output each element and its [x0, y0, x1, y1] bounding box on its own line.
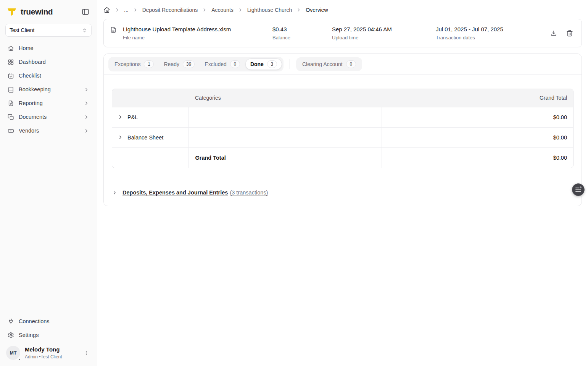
tab-count-badge: 39 — [183, 60, 195, 68]
breadcrumb-ellipsis[interactable]: ... — [124, 7, 129, 13]
sidebar-item-home[interactable]: Home — [5, 41, 92, 55]
user-info: Melody Tong Admin •Test Client — [25, 346, 62, 360]
client-selector[interactable]: Test Client — [5, 24, 92, 37]
status-tabs: Exceptions 1 Ready 39 Excluded 0 Done 3 — [108, 57, 284, 71]
user-profile[interactable]: MT Melody Tong Admin •Test Client — [5, 342, 92, 362]
categories-table-wrap: Categories Grand Total P&L — [104, 75, 582, 179]
sidebar-item-label: Home — [19, 45, 34, 51]
chevron-right-icon — [238, 7, 243, 13]
balance-block: $0.43 Balance — [272, 26, 332, 40]
sidebar-item-settings[interactable]: Settings — [5, 328, 92, 342]
transaction-dates-value: Jul 01, 2025 - Jul 07, 2025 — [436, 26, 550, 33]
transaction-dates-label: Transaction dates — [436, 35, 550, 40]
tab-label: Excluded — [205, 61, 227, 67]
chevron-right-icon[interactable] — [112, 190, 118, 196]
home-breadcrumb-icon[interactable] — [103, 6, 110, 13]
grand-total-value-cell: $0.00 — [382, 147, 573, 168]
chevron-right-icon — [84, 100, 89, 106]
sidebar-item-label: Vendors — [19, 128, 39, 134]
user-meta: Admin •Test Client — [25, 354, 62, 360]
file-name-value: Lighthouse Upload Template Address.xlsm — [123, 26, 231, 33]
tab-label: Exceptions — [114, 61, 140, 67]
sidebar-toggle-button[interactable] — [81, 7, 90, 16]
grand-total-label: Grand Total — [195, 155, 226, 161]
balance-label: Balance — [272, 35, 332, 40]
gear-icon — [8, 332, 14, 338]
sidebar-item-label: Reporting — [19, 100, 43, 106]
expand-pl-row[interactable]: P&L — [112, 114, 188, 120]
table-row-pl: P&L $0.00 — [112, 107, 573, 127]
sidebar-item-connections[interactable]: Connections — [5, 314, 92, 328]
panel-toggle-icon — [82, 8, 89, 16]
chevron-right-icon — [84, 114, 89, 120]
chevron-right-icon — [202, 7, 207, 13]
category-label: Balance Sheet — [127, 134, 163, 141]
main-content: ... Deposit Reconciliations Accounts Lig… — [97, 0, 588, 366]
pl-category-cell: P&L — [112, 107, 188, 127]
sidebar-header: truewind — [5, 5, 92, 18]
user-menu-button[interactable] — [82, 348, 91, 358]
sidebar-item-documents[interactable]: Documents — [5, 110, 92, 124]
sidebar-item-checklist[interactable]: Checklist — [5, 69, 92, 83]
fab-dot — [580, 186, 582, 188]
breadcrumb-lighthouse-church[interactable]: Lighthouse Church — [247, 7, 292, 13]
sidebar-item-label: Dashboard — [19, 59, 46, 65]
sidebar-item-label: Bookkeeping — [19, 86, 51, 92]
table-row-balance-sheet: Balance Sheet $0.00 — [112, 127, 573, 147]
file-info-card: Lighthouse Upload Template Address.xlsm … — [103, 19, 582, 47]
file-actions — [550, 30, 575, 37]
chevron-right-icon — [114, 7, 120, 13]
truewind-logo-icon — [7, 7, 17, 17]
chevron-right-icon — [84, 87, 89, 92]
transactions-count: (3 transactions) — [230, 189, 268, 196]
tab-excluded[interactable]: Excluded 0 — [200, 59, 245, 70]
avatar-initials: MT — [10, 350, 16, 356]
avatar: MT — [6, 346, 20, 360]
sidebar: truewind Test Client Home Dashboard Chec… — [0, 0, 97, 366]
brand-name: truewind — [21, 7, 53, 16]
sidebar-item-label: Settings — [19, 332, 39, 338]
delete-button[interactable] — [566, 30, 573, 37]
upload-time-label: Upload time — [332, 35, 436, 40]
pl-total-cell: $0.00 — [382, 107, 573, 127]
feedback-fab-button[interactable] — [572, 183, 585, 196]
tab-exceptions[interactable]: Exceptions 1 — [110, 59, 158, 70]
expand-balance-sheet-row[interactable]: Balance Sheet — [112, 134, 188, 141]
fab-bar — [575, 189, 581, 190]
file-name-label: File name — [123, 35, 231, 40]
tab-count-badge: 3 — [267, 60, 277, 68]
chevron-right-icon — [296, 7, 301, 13]
tab-ready[interactable]: Ready 39 — [159, 59, 199, 70]
sidebar-item-vendors[interactable]: Vendors — [5, 124, 92, 138]
tab-clearing-account[interactable]: Clearing Account 0 — [298, 59, 361, 70]
tabs-divider — [290, 59, 290, 69]
breadcrumb-deposit-reconciliations[interactable]: Deposit Reconciliations — [142, 7, 198, 13]
breadcrumb: ... Deposit Reconciliations Accounts Lig… — [97, 0, 588, 19]
file-name-texts: Lighthouse Upload Template Address.xlsm … — [123, 26, 231, 40]
dashboard-grid-icon — [8, 59, 14, 65]
table-header-empty — [112, 89, 188, 107]
transactions-link[interactable]: Deposits, Expenses and Journal Entries(3… — [122, 189, 268, 196]
sidebar-item-reporting[interactable]: Reporting — [5, 96, 92, 110]
table-header-categories: Categories — [188, 89, 382, 107]
feedback-fab-icon — [575, 188, 579, 188]
grand-total-label-cell: Grand Total — [188, 147, 382, 168]
fab-bar — [575, 191, 581, 192]
file-text-icon — [8, 100, 14, 107]
sidebar-item-dashboard[interactable]: Dashboard — [5, 55, 92, 69]
sidebar-item-bookkeeping[interactable]: Bookkeeping — [5, 83, 92, 96]
sidebar-nav: Home Dashboard Checklist Bookkeeping Rep… — [5, 41, 92, 138]
tabs-row: Exceptions 1 Ready 39 Excluded 0 Done 3 — [104, 54, 582, 74]
upload-time-value: Sep 27, 2025 04:46 AM — [332, 26, 436, 33]
category-label: P&L — [127, 114, 138, 120]
breadcrumb-accounts[interactable]: Accounts — [211, 7, 234, 13]
vendor-card-icon — [8, 128, 14, 134]
trash-icon — [566, 30, 573, 37]
tab-done[interactable]: Done 3 — [245, 58, 282, 70]
download-button[interactable] — [550, 30, 557, 37]
home-icon — [8, 45, 14, 52]
balance-value: $0.43 — [272, 26, 332, 33]
sidebar-item-label: Connections — [19, 318, 50, 324]
kebab-menu-icon — [83, 350, 89, 356]
balance-sheet-total-cell: $0.00 — [382, 127, 573, 147]
